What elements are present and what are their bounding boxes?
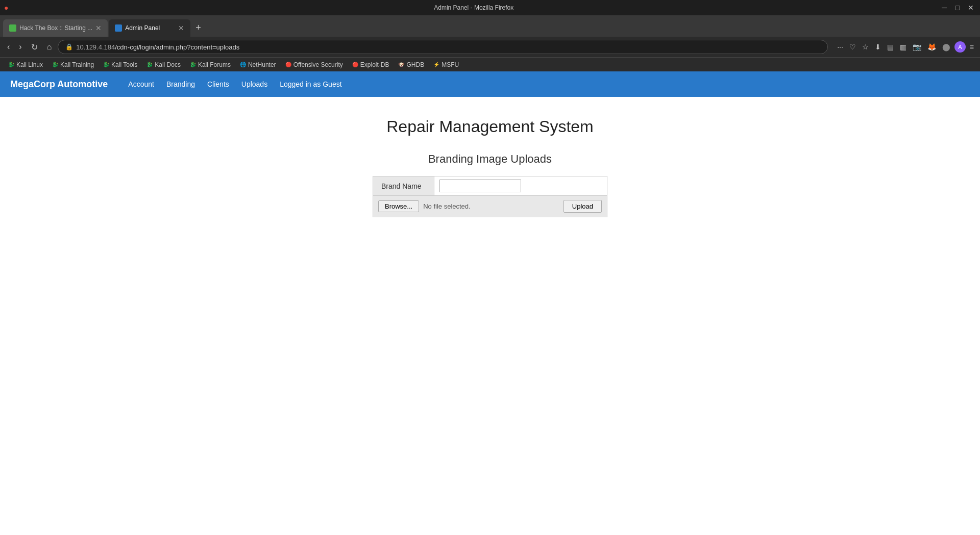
refresh-button[interactable]: ↻: [28, 40, 41, 54]
tab-hackthebox[interactable]: Hack The Box :: Starting ... ✕: [3, 19, 108, 37]
tab-favicon: [115, 24, 122, 32]
browse-button[interactable]: Browse...: [378, 200, 419, 212]
bookmark-label: Kali Forums: [198, 61, 231, 68]
tab-bar: Hack The Box :: Starting ... ✕ Admin Pan…: [0, 15, 980, 37]
no-file-label: No file selected.: [423, 202, 559, 210]
bookmark-kaliforums[interactable]: 🐉 Kali Forums: [186, 60, 235, 69]
bookmark-label: GHDB: [406, 61, 424, 68]
bookmark-label: Kali Linux: [16, 61, 43, 68]
page-title: Repair Management System: [10, 117, 970, 136]
bookmark-favicon: 🐉: [190, 62, 196, 67]
file-upload-row: Browse... No file selected. Upload: [373, 196, 607, 217]
circle-icon[interactable]: ⬤: [940, 41, 952, 53]
bookmark-msfu[interactable]: ⚡ MSFU: [429, 60, 463, 69]
nav-right-icons: ··· ♡ ☆ ⬇ ▤ ▥ 📷 🦊 ⬤ A ≡: [835, 41, 976, 53]
lock-icon: 🔒: [65, 43, 73, 50]
bookmark-label: Offensive Security: [293, 61, 343, 68]
maximize-button[interactable]: □: [952, 4, 963, 12]
bookmark-favicon: 🔴: [285, 62, 291, 67]
library-icon[interactable]: ▤: [885, 41, 896, 53]
url-display: 10.129.4.184/cdn-cgi/login/admin.php?con…: [76, 43, 239, 51]
url-bar[interactable]: 🔒 10.129.4.184/cdn-cgi/login/admin.php?c…: [58, 40, 828, 54]
bookmark-nethunter[interactable]: 🌐 NetHunter: [236, 60, 280, 69]
tab-adminpanel[interactable]: Admin Panel ✕: [109, 19, 190, 37]
tab-close-button[interactable]: ✕: [178, 24, 184, 32]
bookmark-favicon: ⚡: [433, 62, 439, 67]
sidebar-icon[interactable]: ▥: [898, 41, 909, 53]
new-tab-button[interactable]: +: [191, 22, 205, 33]
bookmark-kalilinux[interactable]: 🐉 Kali Linux: [4, 60, 47, 69]
bookmark-favicon: 🔴: [352, 62, 358, 67]
bookmark-exploitdb[interactable]: 🔴 Exploit-DB: [348, 60, 394, 69]
bookmarks-bar: 🐉 Kali Linux 🐉 Kali Training 🐉 Kali Tool…: [0, 57, 980, 71]
section-title: Branding Image Uploads: [10, 152, 970, 166]
nav-branding[interactable]: Branding: [166, 80, 195, 88]
bookmark-favicon: 🐉: [103, 62, 109, 67]
forward-button[interactable]: ›: [16, 40, 24, 54]
nav-logged-in-as: Logged in as Guest: [280, 80, 341, 88]
back-button[interactable]: ‹: [4, 40, 13, 54]
bookmark-label: MSFU: [442, 61, 459, 68]
downloads-icon[interactable]: ⬇: [873, 41, 883, 53]
bookmark-ghdb[interactable]: 🐶 GHDB: [394, 60, 428, 69]
url-path: /cdn-cgi/login/admin.php?content=uploads: [115, 43, 239, 51]
bookmark-label: NetHunter: [248, 61, 276, 68]
bookmark-favicon: 🐶: [398, 62, 404, 67]
brand-name-input[interactable]: [439, 180, 521, 192]
close-button[interactable]: ✕: [966, 4, 976, 12]
bookmark-label: Kali Tools: [111, 61, 137, 68]
brand-name-label: Brand Name: [373, 176, 434, 195]
home-button[interactable]: ⌂: [44, 40, 55, 54]
main-content: Repair Management System Branding Image …: [0, 97, 980, 238]
bookmark-favicon: 🐉: [146, 62, 153, 67]
app-brand[interactable]: MegaCorp Automotive: [10, 79, 108, 90]
camera-icon[interactable]: 📷: [911, 41, 923, 53]
bookmark-favicon: 🌐: [240, 62, 246, 67]
nav-uploads[interactable]: Uploads: [241, 80, 267, 88]
bookmark-heart-icon[interactable]: ♡: [847, 41, 858, 53]
menu-icon[interactable]: ≡: [968, 41, 976, 53]
bookmark-kalitraining[interactable]: 🐉 Kali Training: [48, 60, 98, 69]
file-row: Browse... No file selected. Upload: [373, 196, 607, 217]
brand-name-row: Brand Name: [373, 176, 607, 196]
bookmark-label: Kali Training: [60, 61, 94, 68]
firefox-logo-icon: ●: [4, 4, 8, 12]
fox-icon[interactable]: 🦊: [925, 41, 938, 53]
title-bar: ● Admin Panel - Mozilla Firefox ─ □ ✕: [0, 0, 980, 15]
bookmark-label: Kali Docs: [155, 61, 181, 68]
bookmark-favicon: 🐉: [52, 62, 58, 67]
bookmark-offensive-security[interactable]: 🔴 Offensive Security: [281, 60, 347, 69]
upload-form: Brand Name Browse... No file selected. U…: [373, 176, 607, 217]
brand-name-input-cell: [434, 176, 607, 195]
nav-bar: ‹ › ↻ ⌂ 🔒 10.129.4.184/cdn-cgi/login/adm…: [0, 37, 980, 57]
bookmark-kalitools[interactable]: 🐉 Kali Tools: [99, 60, 141, 69]
tab-favicon: [9, 24, 16, 32]
minimize-button[interactable]: ─: [939, 4, 949, 12]
browser-chrome: ● Admin Panel - Mozilla Firefox ─ □ ✕ Ha…: [0, 0, 980, 71]
window-controls: ─ □ ✕: [939, 4, 976, 12]
bookmark-kalidocs[interactable]: 🐉 Kali Docs: [142, 60, 185, 69]
tab-label: Hack The Box :: Starting ...: [19, 24, 92, 32]
nav-account[interactable]: Account: [128, 80, 154, 88]
more-button[interactable]: ···: [835, 41, 845, 53]
star-icon[interactable]: ☆: [860, 41, 871, 53]
avatar[interactable]: A: [954, 41, 966, 53]
bookmark-favicon: 🐉: [8, 62, 14, 67]
app-navbar: MegaCorp Automotive Account Branding Cli…: [0, 71, 980, 97]
window-title: Admin Panel - Mozilla Firefox: [8, 4, 939, 11]
tab-close-button[interactable]: ✕: [95, 24, 102, 32]
nav-clients[interactable]: Clients: [207, 80, 229, 88]
url-base: 10.129.4.184: [76, 43, 115, 51]
upload-button[interactable]: Upload: [564, 200, 602, 213]
tab-label: Admin Panel: [125, 24, 175, 32]
bookmark-label: Exploit-DB: [360, 61, 389, 68]
